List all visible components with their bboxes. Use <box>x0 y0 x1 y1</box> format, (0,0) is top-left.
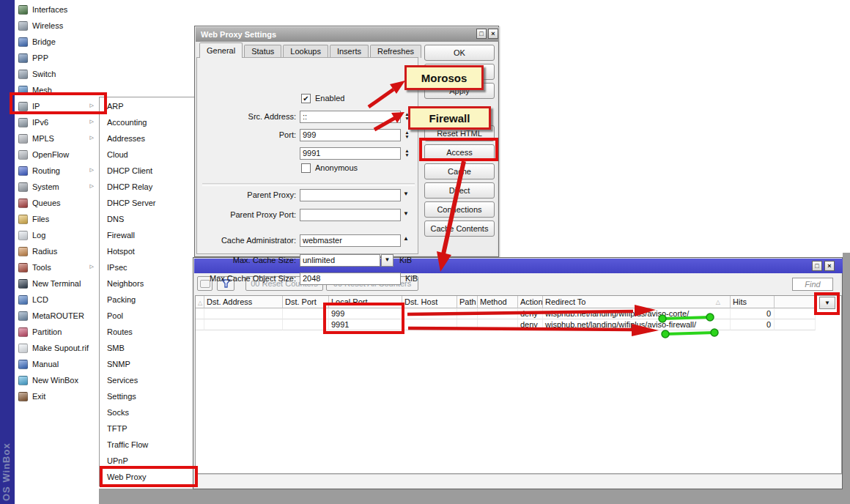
sidebar-item-routing[interactable]: Routing▷ <box>15 163 99 179</box>
submenu-item-snmp[interactable]: SNMP <box>100 357 203 374</box>
sidebar-item-bridge[interactable]: Bridge <box>15 34 99 50</box>
maximize-icon[interactable]: □ <box>476 29 487 39</box>
cell-spacer[interactable] <box>775 308 816 319</box>
column-header-dst-port[interactable]: Dst. Port <box>283 296 329 308</box>
submenu-item-packing[interactable]: Packing <box>100 292 203 309</box>
tab-refreshes[interactable]: Refreshes <box>370 45 421 58</box>
cache-admin-up-icon[interactable]: ▲ <box>403 235 409 242</box>
enabled-checkbox[interactable]: ✔ <box>301 94 311 103</box>
cell-path[interactable] <box>457 319 478 330</box>
port-spinner[interactable]: ▲▼ <box>403 130 411 138</box>
submenu-item-pool[interactable]: Pool <box>100 308 203 325</box>
max-cache-size-dropdown-icon[interactable]: ▼ <box>381 254 393 267</box>
sidebar-item-partition[interactable]: Partition <box>15 324 99 340</box>
cell-action[interactable]: deny <box>518 319 543 330</box>
submenu-item-socks[interactable]: Socks <box>100 405 203 422</box>
submenu-item-addresses[interactable]: Addresses <box>100 131 203 148</box>
sidebar-item-metarouter[interactable]: MetaROUTER <box>15 308 99 324</box>
src-address-field[interactable]: :: <box>300 111 401 123</box>
submenu-item-dhcp-client[interactable]: DHCP Client <box>100 163 203 180</box>
cell-dst-port[interactable] <box>283 319 329 330</box>
cell-dst-address[interactable] <box>204 308 283 319</box>
sidebar-item-ppp[interactable]: PPP <box>15 50 99 66</box>
sort-column-header[interactable]: △ <box>196 296 204 308</box>
cell-dst-address[interactable] <box>204 319 283 330</box>
submenu-item-dhcp-server[interactable]: DHCP Server <box>100 196 203 212</box>
sidebar-item-ipv6[interactable]: IPv6▷ <box>15 114 99 130</box>
ok-button[interactable]: OK <box>424 45 495 61</box>
sidebar-item-mpls[interactable]: MPLS▷ <box>15 130 99 147</box>
submenu-item-routes[interactable]: Routes <box>100 325 203 341</box>
cell-action[interactable]: deny <box>518 308 543 319</box>
port2-spinner[interactable]: ▲▼ <box>403 149 411 157</box>
submenu-item-accounting[interactable]: Accounting <box>100 115 203 132</box>
submenu-item-smb[interactable]: SMB <box>100 341 203 357</box>
sidebar-item-new-winbox[interactable]: New WinBox <box>15 372 99 388</box>
direct-button[interactable]: Direct <box>424 182 495 199</box>
cell-hits[interactable]: 0 <box>731 308 775 319</box>
max-cache-size-field[interactable]: unlimited <box>300 254 380 267</box>
sidebar-item-manual[interactable]: Manual <box>15 356 99 372</box>
parent-proxy-dropdown-icon[interactable]: ▼ <box>403 190 409 197</box>
sidebar-item-openflow[interactable]: OpenFlow <box>15 147 99 163</box>
sidebar-item-files[interactable]: Files <box>15 211 99 227</box>
submenu-item-traffic-flow[interactable]: Traffic Flow <box>100 437 203 454</box>
cell-method[interactable] <box>478 308 518 319</box>
sidebar-item-make-supout-rif[interactable]: Make Supout.rif <box>15 340 99 356</box>
sidebar-item-radius[interactable]: Radius <box>15 243 99 259</box>
sidebar-item-switch[interactable]: Switch <box>15 66 99 82</box>
cell-redirect-to[interactable]: wisphub.net/landing/wifiplus/aviso-corte… <box>543 308 731 319</box>
cell-dst-host[interactable] <box>402 308 457 319</box>
dialog-titlebar[interactable]: Web Proxy Settings <box>196 27 499 42</box>
cache-button[interactable]: Cache <box>424 163 495 179</box>
submenu-item-settings[interactable]: Settings <box>100 389 203 406</box>
tab-status[interactable]: Status <box>244 45 281 58</box>
port-field[interactable]: 999 <box>300 129 401 141</box>
submenu-item-tftp[interactable]: TFTP <box>100 421 203 438</box>
connections-button[interactable]: Connections <box>424 201 495 218</box>
cell-path[interactable] <box>457 308 478 319</box>
column-header-path[interactable]: Path <box>457 296 478 308</box>
submenu-item-dns[interactable]: DNS <box>100 212 203 229</box>
tab-lookups[interactable]: Lookups <box>283 45 328 58</box>
column-header-dst-host[interactable]: Dst. Host <box>402 296 457 308</box>
cell-spacer[interactable] <box>775 319 816 330</box>
column-header-method[interactable]: Method <box>478 296 518 308</box>
sidebar-item-interfaces[interactable]: Interfaces <box>15 1 99 18</box>
submenu-item-neighbors[interactable]: Neighbors <box>100 276 203 293</box>
column-header-dst-address[interactable]: Dst. Address <box>204 296 283 308</box>
submenu-item-arp[interactable]: ARP <box>100 99 203 116</box>
cell-spacer[interactable] <box>196 319 204 330</box>
submenu-item-ipsec[interactable]: IPsec <box>100 260 203 277</box>
column-header-redirect-to[interactable]: Redirect To△ <box>543 296 731 308</box>
tab-inserts[interactable]: Inserts <box>330 45 369 58</box>
sidebar-item-tools[interactable]: Tools▷ <box>15 259 99 275</box>
sidebar-item-exit[interactable]: Exit <box>15 388 99 404</box>
submenu-item-dhcp-relay[interactable]: DHCP Relay <box>100 179 203 196</box>
cache-contents-button[interactable]: Cache Contents <box>424 220 495 237</box>
max-cache-object-field[interactable]: 2048 <box>300 273 401 285</box>
cell-hits[interactable]: 0 <box>731 319 775 330</box>
find-input[interactable]: Find <box>792 278 833 291</box>
close-icon[interactable]: × <box>824 261 835 271</box>
anonymous-checkbox[interactable] <box>301 163 311 173</box>
maximize-icon[interactable]: □ <box>812 261 822 271</box>
sidebar-item-lcd[interactable]: LCD <box>15 292 99 308</box>
cell-method[interactable] <box>478 319 518 330</box>
submenu-item-hotspot[interactable]: Hotspot <box>100 244 203 261</box>
submenu-item-services[interactable]: Services <box>100 373 203 390</box>
tab-general[interactable]: General <box>199 42 243 58</box>
cache-admin-field[interactable]: webmaster <box>300 234 401 247</box>
sidebar-item-log[interactable]: Log <box>15 227 99 243</box>
column-header-spacer[interactable] <box>775 296 816 308</box>
cell-spacer[interactable] <box>196 308 204 319</box>
sidebar-item-system[interactable]: System▷ <box>15 179 99 195</box>
cell-dst-port[interactable] <box>283 308 329 319</box>
cell-redirect-to[interactable]: wisphub.net/landing/wifiplus/aviso-firew… <box>543 319 731 330</box>
column-header-hits[interactable]: Hits <box>731 296 775 308</box>
sidebar-item-queues[interactable]: Queues <box>15 195 99 211</box>
sidebar-item-wireless[interactable]: Wireless <box>15 18 99 34</box>
parent-proxy-field[interactable] <box>300 189 401 201</box>
cell-dst-host[interactable] <box>402 319 457 330</box>
parent-proxy-port-dropdown-icon[interactable]: ▼ <box>403 210 409 217</box>
